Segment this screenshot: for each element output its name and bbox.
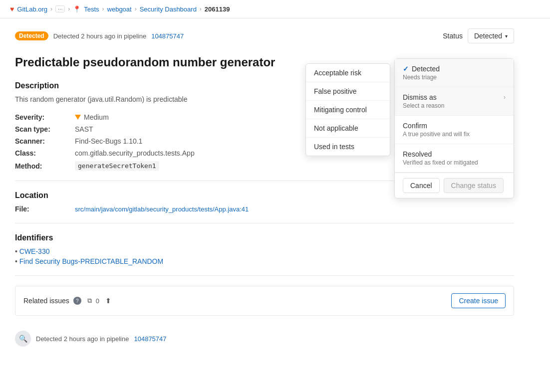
dropdown-confirm-subtitle: A true positive and will fix — [403, 131, 506, 138]
change-status-button[interactable]: Change status — [444, 178, 504, 193]
activity-pipeline-link[interactable]: 104875747 — [134, 335, 166, 343]
identifier-list: CWE-330 Find Security Bugs-PREDICTABLE_R… — [15, 247, 514, 265]
dropdown-dismiss-label: Dismiss as — [403, 93, 437, 101]
related-left: Related issues ? ⧉ 0 ⬆ — [23, 296, 113, 306]
breadcrumb-gitlab[interactable]: GitLab.org — [17, 5, 47, 13]
class-label: Class: — [15, 149, 75, 157]
subdropdown-false-positive[interactable]: False positive — [306, 82, 390, 101]
breadcrumb-webgoat[interactable]: webgoat — [107, 5, 132, 13]
breadcrumb-ellipsis[interactable]: ··· — [55, 5, 65, 12]
breadcrumb-sep-2: › — [68, 5, 70, 12]
subdropdown-not-applicable[interactable]: Not applicable — [306, 119, 390, 138]
dropdown-confirm-label: Confirm — [403, 122, 427, 130]
list-item: CWE-330 — [15, 247, 514, 255]
dropdown-item-detected[interactable]: ✓ Detected Needs triage — [395, 59, 514, 87]
method-label: Method: — [15, 162, 75, 170]
dropdown-item-dismiss[interactable]: Dismiss as › Select a reason — [395, 87, 514, 116]
breadcrumb-sep-3: › — [102, 5, 104, 12]
status-info: Detected Detected 2 hours ago in pipelin… — [15, 31, 184, 40]
divider-2 — [15, 223, 514, 223]
file-label: File: — [15, 205, 75, 213]
file-row: File: src/main/java/com/gitlab/security_… — [15, 205, 514, 213]
copy-icon[interactable]: ⧉ — [85, 296, 94, 306]
status-dropdown-button[interactable]: Detected ▾ — [468, 28, 514, 43]
pipeline-link[interactable]: 104875747 — [151, 32, 184, 40]
list-item: Find Security Bugs-PREDICTABLE_RANDOM — [15, 257, 514, 265]
dropdown-item-resolved[interactable]: Resolved Verified as fixed or mitigated — [395, 144, 514, 173]
breadcrumb-dashboard[interactable]: Security Dashboard — [140, 5, 197, 13]
main-content: Detected Detected 2 hours ago in pipelin… — [0, 18, 529, 362]
chevron-down-icon: ▾ — [505, 33, 508, 39]
subdropdown-acceptable-risk[interactable]: Acceptable risk — [306, 64, 390, 82]
help-icon[interactable]: ? — [73, 297, 81, 305]
file-path-link[interactable]: src/main/java/com/gitlab/security_produc… — [75, 205, 249, 213]
method-value: generateSecretToken1 — [75, 161, 159, 171]
count-box: ⧉ 0 — [85, 296, 99, 306]
detected-text: Detected 2 hours ago in pipeline — [53, 32, 146, 40]
breadcrumb-sep-4: › — [135, 5, 137, 12]
dropdown-resolved-label: Resolved — [403, 150, 432, 158]
related-count: 0 — [96, 297, 99, 305]
related-issues-bar: Related issues ? ⧉ 0 ⬆ Create issue — [15, 286, 514, 316]
check-icon: ✓ — [403, 65, 409, 73]
detected-badge: Detected — [15, 31, 48, 40]
dropdown-footer: Cancel Change status — [395, 173, 514, 198]
cwe-link[interactable]: CWE-330 — [19, 247, 50, 255]
activity-text: Detected 2 hours ago in pipeline — [36, 335, 129, 343]
related-issues-label: Related issues — [23, 297, 69, 305]
status-right: Status Detected ▾ ✓ Detected Needs triag… — [443, 28, 514, 43]
status-label: Status — [443, 32, 463, 40]
divider-3 — [15, 275, 514, 276]
dropdown-dismiss-subtitle: Select a reason — [403, 102, 506, 109]
breadcrumb-map-icon: 📍 — [73, 5, 81, 13]
subdropdown-mitigating-control[interactable]: Mitigating control — [306, 101, 390, 119]
status-bar: Detected Detected 2 hours ago in pipelin… — [15, 28, 514, 43]
breadcrumb-issue-id: 2061139 — [205, 5, 230, 13]
dropdown-detected-label: Detected — [412, 65, 440, 73]
identifiers-heading: Identifiers — [15, 233, 514, 242]
gitlab-logo: ♥ — [10, 5, 14, 13]
upload-icon[interactable]: ⬆ — [103, 296, 113, 306]
activity-search-icon: 🔍 — [15, 331, 31, 347]
activity-item: 🔍 Detected 2 hours ago in pipeline 10487… — [15, 326, 514, 352]
cancel-button[interactable]: Cancel — [403, 178, 440, 193]
severity-value: Medium — [84, 113, 109, 121]
status-dropdown-label: Detected — [474, 32, 502, 40]
breadcrumb-tests[interactable]: Tests — [84, 5, 99, 13]
create-issue-button[interactable]: Create issue — [451, 293, 506, 308]
dropdown-resolved-subtitle: Verified as fixed or mitigated — [403, 159, 506, 166]
status-dropdown-menu: ✓ Detected Needs triage Dismiss as › Sel… — [394, 58, 514, 198]
class-value: com.gitlab.security_products.tests.App — [75, 149, 195, 157]
arrow-right-icon: › — [504, 94, 506, 101]
scanner-value: Find-Sec-Bugs 1.10.1 — [75, 137, 142, 145]
dropdown-item-confirm[interactable]: Confirm A true positive and will fix — [395, 116, 514, 144]
severity-triangle-icon — [75, 115, 81, 120]
severity-label: Severity: — [15, 113, 75, 121]
breadcrumb-sep-1: › — [50, 5, 52, 12]
scan-type-label: Scan type: — [15, 125, 75, 133]
dismiss-submenu: Acceptable risk False positive Mitigatin… — [305, 63, 390, 156]
scanner-label: Scanner: — [15, 137, 75, 145]
breadcrumb: ♥ GitLab.org › ··· › 📍 Tests › webgoat ›… — [0, 0, 550, 18]
find-sec-bugs-link[interactable]: Find Security Bugs-PREDICTABLE_RANDOM — [19, 257, 163, 265]
subdropdown-used-in-tests[interactable]: Used in tests — [306, 138, 390, 156]
scan-type-value: SAST — [75, 125, 93, 133]
dropdown-detected-subtitle: Needs triage — [403, 74, 506, 81]
breadcrumb-sep-5: › — [200, 5, 202, 12]
